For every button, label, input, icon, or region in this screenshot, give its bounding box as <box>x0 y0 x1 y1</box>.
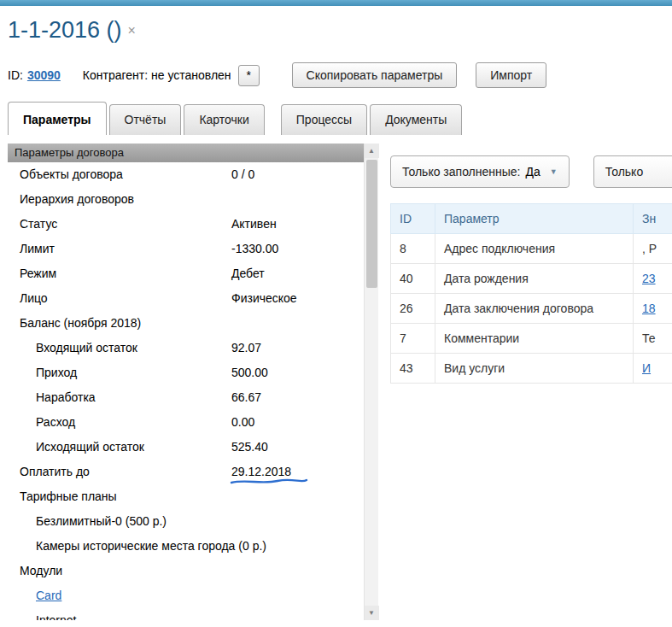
cell-id: 43 <box>391 354 435 384</box>
title-row: 1-1-2016 () × <box>0 6 672 44</box>
filter-second-dropdown[interactable]: Только <box>593 155 672 188</box>
table-row[interactable]: 43 Вид услуги И <box>391 354 672 384</box>
cell-id: 40 <box>391 264 435 294</box>
param-label: Приход <box>8 360 77 385</box>
contract-params-panel: Параметры договора Объекты договора 0 / … <box>8 144 364 620</box>
section-label: Тарифные планы <box>8 484 117 509</box>
tab-kartochki[interactable]: Карточки <box>184 104 264 135</box>
id-label: ID: <box>8 68 23 82</box>
param-row[interactable]: Объекты договора 0 / 0 <box>8 162 364 187</box>
scrollbar-thumb[interactable] <box>366 160 377 288</box>
cell-param: Дата заключения договора <box>435 294 634 324</box>
param-label: Расход <box>8 410 75 435</box>
param-row[interactable]: Лицо Физическое <box>8 286 364 311</box>
tab-processy[interactable]: Процессы <box>281 104 367 135</box>
param-row[interactable]: Иерархия договоров <box>8 187 364 212</box>
param-value: 66.67 <box>231 385 261 410</box>
column-header-value[interactable]: Зн <box>634 204 672 234</box>
cell-param: Вид услуги <box>435 354 634 384</box>
tariff-item-label: Безлимитный-0 (500 р.) <box>8 509 167 534</box>
param-label: Статус <box>8 212 57 237</box>
table-header-row: ID Параметр Зн <box>391 204 672 234</box>
param-value: Дебет <box>231 261 265 286</box>
tab-otchety[interactable]: Отчёты <box>109 104 182 135</box>
param-row[interactable]: Безлимитный-0 (500 р.) <box>8 509 364 534</box>
internet-module-label: Internet <box>8 608 76 620</box>
param-row[interactable]: Камеры исторические места города (0 р.) <box>8 534 364 559</box>
param-label: Оплатить до <box>8 460 90 484</box>
filters-row: Только заполненные: Да ▼ Только <box>390 155 672 188</box>
table-row[interactable]: 7 Комментарии Те <box>391 324 672 354</box>
param-section-balance[interactable]: Баланс (ноября 2018) <box>8 311 364 336</box>
column-header-id[interactable]: ID <box>391 204 435 234</box>
filter-filled-label: Только заполненные: <box>402 165 521 179</box>
param-label: Объекты договора <box>8 162 123 187</box>
param-row[interactable]: Входящий остаток 92.07 <box>8 336 364 360</box>
param-label: Лимит <box>8 237 55 261</box>
tab-bar: Параметры Отчёты Карточки Процессы Докум… <box>8 102 672 135</box>
param-section-tariffs[interactable]: Тарифные планы <box>8 484 364 509</box>
param-label: Наработка <box>8 385 96 410</box>
copy-params-button[interactable]: Скопировать параметры <box>292 62 458 88</box>
param-value: -1330.00 <box>231 237 278 261</box>
cell-value-link[interactable]: И <box>642 361 651 375</box>
close-icon[interactable]: × <box>128 23 136 38</box>
contract-params-table-panel: Только заполненные: Да ▼ Только ID Парам… <box>378 144 672 620</box>
param-value: Активен <box>231 212 277 237</box>
param-label: Лицо <box>8 286 48 311</box>
param-value: Физическое <box>231 286 297 311</box>
content-area: Параметры договора Объекты договора 0 / … <box>0 144 672 620</box>
cell-value-link[interactable]: 23 <box>642 272 656 285</box>
params-table: ID Параметр Зн 8 Адрес подключения , Р 4… <box>390 203 672 384</box>
pay-until-date: 29.12.2018 <box>231 465 291 478</box>
param-row-pay-until[interactable]: Оплатить до 29.12.2018 <box>8 460 364 484</box>
cell-id: 8 <box>391 234 435 264</box>
tab-dokumenty[interactable]: Документы <box>370 104 462 135</box>
cell-value: , Р <box>634 234 672 264</box>
param-row[interactable]: Internet <box>8 608 364 620</box>
filter-second-label: Только <box>605 165 643 179</box>
param-row[interactable]: Приход 500.00 <box>8 360 364 385</box>
cell-value-link[interactable]: 18 <box>642 302 656 315</box>
cell-param: Адрес подключения <box>435 234 634 264</box>
param-value: 0 / 0 <box>231 162 254 187</box>
param-section-modules[interactable]: Модули <box>8 559 364 583</box>
cell-value: Те <box>634 324 672 354</box>
contragent-label: Контрагент: не установлен <box>83 68 231 82</box>
chevron-down-icon: ▼ <box>550 167 558 176</box>
tariff-item-label: Камеры исторические места города (0 р.) <box>8 534 266 559</box>
cell-param: Дата рождения <box>435 264 634 294</box>
param-row[interactable]: Режим Дебет <box>8 261 364 286</box>
scroll-down-icon[interactable]: ▼ <box>365 606 379 620</box>
param-value: 500.00 <box>231 360 268 385</box>
param-label: Входящий остаток <box>8 336 137 360</box>
cell-id: 26 <box>391 294 435 324</box>
column-header-param[interactable]: Параметр <box>435 204 634 234</box>
table-row[interactable]: 26 Дата заключения договора 18 <box>391 294 672 324</box>
import-button[interactable]: Импорт <box>476 62 546 88</box>
section-label: Баланс (ноября 2018) <box>8 311 141 336</box>
filter-filled-dropdown[interactable]: Только заполненные: Да ▼ <box>390 155 570 188</box>
page-title: 1-1-2016 () <box>8 17 122 44</box>
left-panel-scrollbar[interactable]: ▲ ▼ <box>364 144 378 620</box>
cell-param: Комментарии <box>435 324 634 354</box>
param-label: Режим <box>8 261 56 286</box>
cell-id: 7 <box>391 324 435 354</box>
param-value: 0.00 <box>231 410 254 435</box>
contragent-select-button[interactable]: * <box>238 65 260 86</box>
tab-parametry[interactable]: Параметры <box>8 102 107 135</box>
filter-filled-value: Да <box>526 165 541 179</box>
param-row[interactable]: Расход 0.00 <box>8 410 364 435</box>
table-row[interactable]: 8 Адрес подключения , Р <box>391 234 672 264</box>
param-row[interactable]: Card <box>8 583 364 608</box>
top-accent-bar <box>0 0 672 6</box>
contract-id-link[interactable]: 30090 <box>27 68 61 82</box>
scroll-up-icon[interactable]: ▲ <box>365 144 379 158</box>
card-module-link[interactable]: Card <box>8 583 61 608</box>
param-row[interactable]: Статус Активен <box>8 212 364 237</box>
param-row[interactable]: Исходящий остаток 525.40 <box>8 435 364 460</box>
section-label: Модули <box>8 559 62 583</box>
param-row[interactable]: Наработка 66.67 <box>8 385 364 410</box>
table-row[interactable]: 40 Дата рождения 23 <box>391 264 672 294</box>
param-row[interactable]: Лимит -1330.00 <box>8 237 364 261</box>
